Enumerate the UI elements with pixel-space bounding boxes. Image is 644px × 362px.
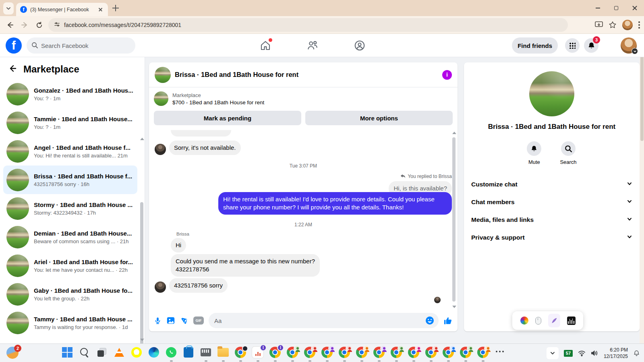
apps-menu-button[interactable] <box>565 38 580 53</box>
browser-menu-icon[interactable] <box>638 21 640 29</box>
chrome-window[interactable] <box>390 346 402 362</box>
mute-button[interactable]: Mute <box>527 141 541 165</box>
chat-avatar[interactable] <box>155 67 171 83</box>
battery-indicator[interactable]: 57 <box>564 350 573 357</box>
chat-scrollbar-thumb[interactable] <box>452 137 456 302</box>
taskbar-clock[interactable]: 6:20 PM 12/17/2025 <box>604 347 628 360</box>
feather-pen-button[interactable] <box>548 314 560 327</box>
chrome-window[interactable] <box>442 346 454 362</box>
incoming-message-bubble[interactable]: Could you send me a message to this new … <box>171 254 320 277</box>
edge-app[interactable] <box>148 346 160 362</box>
chat-scrollbar[interactable] <box>451 132 456 308</box>
bookmark-star-icon[interactable] <box>609 21 617 29</box>
new-tab-button[interactable] <box>112 4 119 12</box>
task-view-button[interactable] <box>96 346 108 362</box>
chrome-window[interactable] <box>286 346 298 362</box>
chrome-window[interactable] <box>373 346 385 362</box>
chrome-window[interactable]: I <box>269 346 281 362</box>
touch-keyboard-button[interactable] <box>200 346 212 362</box>
details-section-row[interactable]: Chat members <box>464 193 640 211</box>
browser-profile-avatar[interactable] <box>622 20 633 30</box>
taskbar-search-button[interactable] <box>79 346 91 362</box>
details-section-row[interactable]: Media, files and links <box>464 211 640 229</box>
voice-clip-button[interactable] <box>154 317 162 325</box>
weather-widget[interactable]: 2 <box>6 347 19 360</box>
details-section-row[interactable]: Customize chat <box>464 176 640 193</box>
mark-as-pending-button[interactable]: Mark as pending <box>154 111 301 125</box>
more-options-button[interactable]: More options <box>305 111 453 125</box>
bar-chart-icon[interactable] <box>567 316 576 325</box>
conversation-item[interactable]: Stormy · 1Bed and 1Bath House ... Stormy… <box>3 194 137 223</box>
chrome-window[interactable] <box>234 346 246 362</box>
volume-icon[interactable] <box>591 350 598 356</box>
emoji-button[interactable] <box>425 316 435 327</box>
account-menu-button[interactable] <box>621 37 637 54</box>
hidden-icons-button[interactable] <box>547 347 559 359</box>
chat-info-icon[interactable]: i <box>442 70 452 80</box>
close-button[interactable] <box>625 0 644 16</box>
incoming-message-bubble[interactable]: Hi <box>171 238 186 252</box>
whatsapp-app[interactable] <box>165 346 177 362</box>
find-friends-button[interactable]: Find friends <box>512 37 558 54</box>
incoming-message-bubble[interactable]: 4325178756 sorry <box>169 278 228 293</box>
chrome-window[interactable] <box>477 346 489 362</box>
file-explorer-app[interactable] <box>217 346 229 362</box>
tab-close-icon[interactable] <box>97 6 104 13</box>
back-arrow-icon[interactable] <box>7 64 17 75</box>
taskbar-overflow-button[interactable] <box>494 346 506 362</box>
search-in-chat-button[interactable]: Search <box>560 141 576 165</box>
conversation-item[interactable]: Angel · 1Bed and 1Bath House f... You: H… <box>3 137 137 165</box>
maximize-button[interactable] <box>607 0 625 16</box>
back-button[interactable] <box>5 20 15 30</box>
scroll-down-arrow-icon[interactable] <box>452 306 456 308</box>
forward-button[interactable] <box>19 20 30 30</box>
mouse-icon[interactable] <box>535 317 541 325</box>
conversation-item[interactable]: Demian · 1Bed and 1Bath House... Beware … <box>3 223 137 251</box>
conversation-item[interactable]: Ariel · 1Bed and 1Bath House for... You:… <box>3 251 137 280</box>
conversation-item[interactable]: Brissa · 1Bed and 1Bath House f... 43251… <box>3 165 137 194</box>
groups-tab[interactable] <box>354 39 366 52</box>
install-app-icon[interactable] <box>595 21 603 29</box>
sidebar-scrollbar-thumb[interactable] <box>140 202 143 362</box>
scroll-down-arrow-icon[interactable] <box>140 339 144 341</box>
chrome-window[interactable] <box>338 346 350 362</box>
vlc-app[interactable] <box>113 346 125 362</box>
chrome-window[interactable] <box>356 346 368 362</box>
outgoing-message-bubble[interactable]: Hi! the rental is still available! I'd l… <box>218 192 452 215</box>
message-input[interactable] <box>209 313 439 328</box>
scroll-up-arrow-icon[interactable] <box>140 138 144 140</box>
stats-app-window[interactable]: I <box>252 346 264 362</box>
address-bar[interactable]: facebook.com/messages/t/2047259892728001 <box>48 18 568 32</box>
color-wheel-icon[interactable] <box>520 316 528 325</box>
chrome-window[interactable] <box>321 346 333 362</box>
notifications-button[interactable]: 3 <box>584 38 598 53</box>
conversation-item[interactable]: Gaby · 1Bed and 1Bath House fo... You le… <box>3 280 137 308</box>
facebook-search-bar[interactable]: Search Facebook <box>27 37 135 54</box>
gif-button[interactable]: GIF <box>193 316 204 325</box>
site-settings-icon[interactable] <box>54 21 60 29</box>
like-button[interactable] <box>443 316 453 325</box>
attach-photo-button[interactable] <box>166 316 175 325</box>
start-button[interactable] <box>61 346 73 362</box>
conversation-item[interactable]: Tammie · 1Bed and 1Bath House... You: ? … <box>3 108 137 137</box>
snapchat-app[interactable] <box>130 346 143 362</box>
chrome-window[interactable] <box>460 346 472 362</box>
sticker-button[interactable] <box>180 316 188 325</box>
home-tab[interactable] <box>259 39 271 52</box>
chrome-window[interactable] <box>304 346 316 362</box>
scroll-up-arrow-icon[interactable] <box>452 132 456 134</box>
conversation-item[interactable]: Gonzalez · 1Bed and 1Bath Hous... You: ?… <box>3 80 137 108</box>
microsoft-store-app[interactable] <box>182 346 195 362</box>
incoming-message-bubble[interactable]: Sorry, it's not available. <box>169 141 241 155</box>
friends-tab[interactable] <box>306 39 319 52</box>
chat-title[interactable]: Brissa · 1Bed and 1Bath House for rent <box>175 71 438 79</box>
conversation-item[interactable]: Tammy · 1Bed and 1Bath House ... Tammy i… <box>3 308 137 337</box>
sidebar-scrollbar[interactable] <box>139 138 144 341</box>
chrome-window[interactable] <box>408 346 420 362</box>
notifications-bell-icon[interactable] <box>633 350 640 357</box>
wifi-icon[interactable] <box>578 350 586 356</box>
page-scrollbar[interactable] <box>640 34 644 343</box>
chrome-window[interactable] <box>425 346 437 362</box>
tab-search-chevron-button[interactable] <box>3 2 14 14</box>
reload-button[interactable] <box>34 20 44 30</box>
